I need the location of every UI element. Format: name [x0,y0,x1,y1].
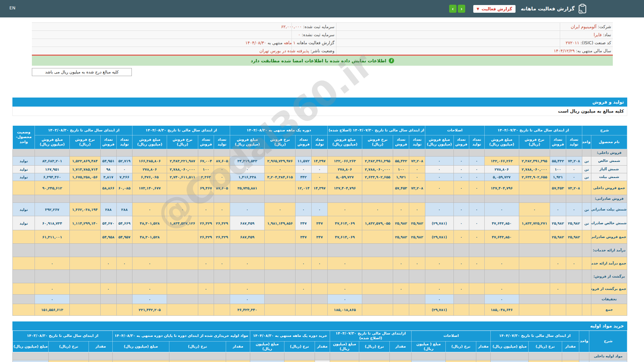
table-cell [362,295,393,304]
table-cell: ۰ [409,203,425,216]
table-cell [393,304,409,316]
table-cell: ۱۶۶,۳۸۵,۸۰۶ [132,157,167,166]
column-group-header: شرح [582,126,627,135]
table-cell: ۱۳۷,۴۰۴,۷۹۶ [484,181,519,195]
table-cell: ۵۷,۴۵۳ [393,181,409,195]
table-cell: ۷۳,۲۰۸ [409,157,425,166]
table-cell [425,195,453,203]
column-header: مقدار [562,341,579,352]
table-cell: ۱,۷۱۳,۷۸۵,۷۱۴ [69,166,100,173]
table-cell: ۰ [409,257,425,270]
table-cell: ۴۸,۳۰۱,۵۲۸ [132,216,167,230]
table-cell: ۰ [412,360,446,362]
table-cell: ۶۱,۳۱۱,۰۰۱ [35,230,69,244]
table-cell: ۰ [35,257,69,270]
table-cell: ۳۴۷ [312,216,328,230]
table-cell: ۵۴,۶۶۹ [116,216,132,230]
table-cell [69,181,100,195]
table-cell: ۰ [393,257,409,270]
table-cell [566,295,582,304]
column-header: مبلغ (میلیون ریال) [491,341,529,352]
table-cell: ۷۳,۲۰۸ [409,181,425,195]
info-field-left: گزارش فعالیت ماهانه ۱ ماهه منتهی به ۱۴۰۴… [291,39,336,47]
table-cell: ۰ [198,283,214,295]
table-cell [116,295,132,304]
column-header: نرخ فروش (ریال) [362,135,393,149]
table-cell [214,304,230,316]
column-header: نرخ فروش (ریال) [265,135,296,149]
table-cell: ۲۵,۹۸۲ [550,216,566,230]
table-cell: ۸۷,۶۰۵ [214,181,230,195]
table-cell [582,230,591,244]
report-type-dropdown[interactable]: ▼ گزارش فعالیت [473,5,516,13]
table-cell [296,270,312,283]
table-cell [453,304,469,316]
column-group-header: وضعیت محصول-واحد [13,126,35,149]
clipboard-report-icon [578,4,587,14]
table-cell [519,270,550,283]
table-cell: ۰ [519,203,550,216]
table-cell [69,230,100,244]
table-cell: ۱۸۵,۰۱۸,۸۶۵ [328,304,362,316]
table-cell [315,352,330,360]
column-group-header: مواد اولیه خریداری شده از ابتدای دوره تا… [112,331,250,342]
table-cell [214,244,230,257]
language-toggle-en[interactable]: EN [9,5,15,10]
table-cell: ۲,۷۸۸,۰۶۰,۰۰۰ [167,166,198,173]
table-cell: ۰ [425,283,453,295]
table-cell: ۵۲,۷۱۹ [116,157,132,166]
table-cell [100,244,116,257]
table-cell [116,304,132,316]
table-cell: ۰ [469,257,484,270]
table-cell: ۰ [566,166,582,173]
column-header: مبلغ فروش (میلیون ریال) [484,135,519,149]
next-report-button[interactable]: › [458,5,465,13]
table-cell [13,244,35,257]
table-cell [230,244,265,257]
table-cell [550,244,566,257]
table-cell [49,352,89,360]
table-cell [69,304,100,316]
table-cell: تولید [13,203,35,216]
table-cell: (۲۹,۷۸۱) [425,230,453,244]
table-cell: ۱۳۲,۰۶۶,۲۶۳ [484,157,519,166]
table-cell [296,149,312,157]
table-cell: ۶۰,۰۸۵ [116,181,132,195]
table-cell [250,352,284,360]
table-cell: ۹۰,۲۴۵,۶۱۲ [35,181,69,195]
table-cell [566,270,582,283]
table-cell [393,149,409,157]
table-cell: ۳۰۷,۰۷۰,۵۳۸ [49,360,89,362]
table-cell: ۲۶,۳۲۹ [198,216,214,230]
table-cell [519,181,550,195]
table-cell [13,181,35,195]
table-cell [100,304,116,316]
column-header: مبلغ فروش (میلیون ریال) [35,135,69,149]
column-header: مبلغ (میلیون ریال) [250,341,284,352]
table-cell [13,270,35,283]
info-field-right: سال مالی منتهی به: ۱۴۰۴/۱۲/۲۹ [560,47,613,55]
table-cell: تولید [13,166,35,173]
table-cell: تن [582,203,591,216]
column-header: نرخ (ریال) [528,341,562,352]
column-header: نرخ فروش (ریال) [519,135,550,149]
table-cell [453,295,469,304]
table-cell: ۰ [469,216,484,230]
table-cell: ۰ [453,230,469,244]
row-label: شمش بیلت صادراتي [591,203,627,216]
amounts-note-box[interactable] [32,68,132,76]
table-cell: ۰ [469,181,484,195]
table-cell: ۰ [116,166,132,173]
table-cell: ۸۳,۶۸۳,۲۰۱ [35,157,69,166]
table-cell [409,244,425,257]
table-cell [550,149,566,157]
table-cell [519,149,550,157]
prev-report-button[interactable]: ‹ [449,5,457,13]
table-cell [69,283,100,295]
table-cell [519,283,550,295]
table-cell [13,149,35,157]
table-cell [226,352,250,360]
table-cell: ۰ [100,283,116,295]
table-cell: ۰ [328,257,362,270]
table-cell: ۰ [550,257,566,270]
